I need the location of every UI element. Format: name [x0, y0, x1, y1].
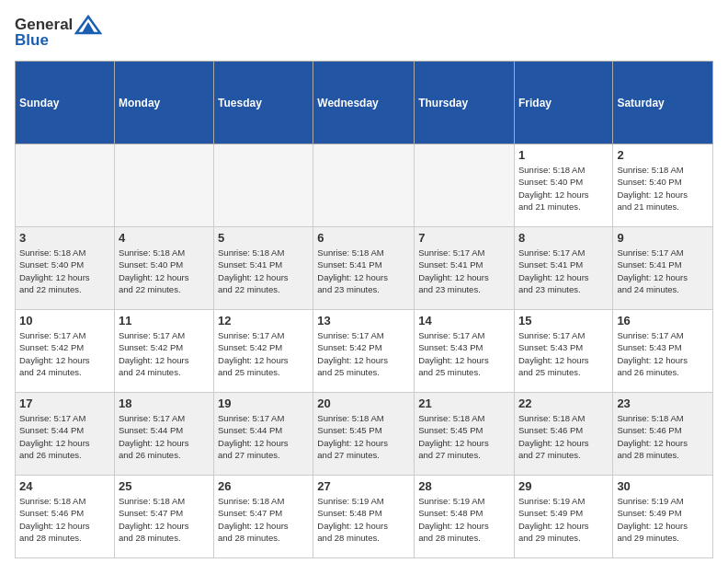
calendar-cell — [114, 144, 213, 227]
day-number: 2 — [617, 148, 709, 162]
day-info: Sunrise: 5:19 AM Sunset: 5:49 PM Dayligh… — [518, 495, 609, 544]
calendar-cell: 4Sunrise: 5:18 AM Sunset: 5:40 PM Daylig… — [114, 227, 213, 310]
calendar-week-4: 17Sunrise: 5:17 AM Sunset: 5:44 PM Dayli… — [16, 393, 713, 476]
day-info: Sunrise: 5:18 AM Sunset: 5:40 PM Dayligh… — [19, 247, 110, 295]
calendar-cell: 18Sunrise: 5:17 AM Sunset: 5:44 PM Dayli… — [114, 393, 213, 476]
logo-blue: Blue — [15, 31, 49, 50]
calendar-cell — [313, 144, 415, 227]
calendar-cell: 27Sunrise: 5:19 AM Sunset: 5:48 PM Dayli… — [313, 476, 415, 558]
calendar-cell: 16Sunrise: 5:17 AM Sunset: 5:43 PM Dayli… — [613, 310, 713, 393]
calendar-header-tuesday: Tuesday — [214, 62, 313, 144]
calendar-cell: 30Sunrise: 5:19 AM Sunset: 5:49 PM Dayli… — [613, 476, 713, 558]
day-info: Sunrise: 5:17 AM Sunset: 5:43 PM Dayligh… — [617, 329, 709, 378]
day-info: Sunrise: 5:17 AM Sunset: 5:41 PM Dayligh… — [418, 247, 510, 295]
day-number: 10 — [19, 314, 110, 327]
day-number: 13 — [317, 314, 410, 327]
calendar-table: SundayMondayTuesdayWednesdayThursdayFrid… — [15, 61, 713, 558]
calendar-cell: 15Sunrise: 5:17 AM Sunset: 5:43 PM Dayli… — [514, 310, 612, 393]
day-number: 5 — [218, 231, 309, 245]
calendar-cell: 21Sunrise: 5:18 AM Sunset: 5:45 PM Dayli… — [415, 393, 515, 476]
calendar-cell — [16, 144, 115, 227]
calendar-week-1: 1Sunrise: 5:18 AM Sunset: 5:40 PM Daylig… — [16, 144, 713, 227]
day-info: Sunrise: 5:19 AM Sunset: 5:48 PM Dayligh… — [418, 495, 510, 544]
day-number: 18 — [119, 396, 210, 410]
day-info: Sunrise: 5:18 AM Sunset: 5:40 PM Dayligh… — [518, 164, 609, 213]
calendar-cell: 19Sunrise: 5:17 AM Sunset: 5:44 PM Dayli… — [214, 393, 313, 476]
calendar-cell: 6Sunrise: 5:18 AM Sunset: 5:41 PM Daylig… — [313, 227, 415, 310]
day-info: Sunrise: 5:18 AM Sunset: 5:46 PM Dayligh… — [19, 495, 110, 544]
calendar-cell: 23Sunrise: 5:18 AM Sunset: 5:46 PM Dayli… — [613, 393, 713, 476]
day-info: Sunrise: 5:17 AM Sunset: 5:42 PM Dayligh… — [317, 329, 410, 378]
calendar-cell — [214, 144, 313, 227]
calendar-cell: 25Sunrise: 5:18 AM Sunset: 5:47 PM Dayli… — [114, 476, 213, 558]
calendar-header-wednesday: Wednesday — [313, 62, 415, 144]
day-number: 21 — [418, 396, 510, 410]
calendar-cell: 12Sunrise: 5:17 AM Sunset: 5:42 PM Dayli… — [214, 310, 313, 393]
day-info: Sunrise: 5:17 AM Sunset: 5:41 PM Dayligh… — [518, 247, 609, 295]
day-info: Sunrise: 5:18 AM Sunset: 5:45 PM Dayligh… — [317, 412, 410, 461]
calendar-header-thursday: Thursday — [415, 62, 515, 144]
day-number: 9 — [617, 231, 709, 245]
day-number: 19 — [218, 396, 309, 410]
calendar-cell: 10Sunrise: 5:17 AM Sunset: 5:42 PM Dayli… — [16, 310, 115, 393]
calendar-week-2: 3Sunrise: 5:18 AM Sunset: 5:40 PM Daylig… — [16, 227, 713, 310]
day-info: Sunrise: 5:17 AM Sunset: 5:44 PM Dayligh… — [19, 412, 110, 461]
calendar-cell: 20Sunrise: 5:18 AM Sunset: 5:45 PM Dayli… — [313, 393, 415, 476]
calendar-cell: 24Sunrise: 5:18 AM Sunset: 5:46 PM Dayli… — [16, 476, 115, 558]
day-info: Sunrise: 5:17 AM Sunset: 5:43 PM Dayligh… — [518, 329, 609, 378]
day-number: 25 — [119, 479, 210, 493]
calendar-cell: 14Sunrise: 5:17 AM Sunset: 5:43 PM Dayli… — [415, 310, 515, 393]
calendar-header-monday: Monday — [114, 62, 213, 144]
day-info: Sunrise: 5:17 AM Sunset: 5:41 PM Dayligh… — [617, 247, 709, 295]
day-number: 7 — [418, 231, 510, 245]
calendar-header-sunday: Sunday — [16, 62, 115, 144]
day-number: 16 — [617, 314, 709, 327]
calendar-header-friday: Friday — [514, 62, 612, 144]
calendar-cell: 29Sunrise: 5:19 AM Sunset: 5:49 PM Dayli… — [514, 476, 612, 558]
day-number: 11 — [119, 314, 210, 327]
calendar-week-3: 10Sunrise: 5:17 AM Sunset: 5:42 PM Dayli… — [16, 310, 713, 393]
calendar-week-5: 24Sunrise: 5:18 AM Sunset: 5:46 PM Dayli… — [16, 476, 713, 558]
day-info: Sunrise: 5:17 AM Sunset: 5:44 PM Dayligh… — [119, 412, 210, 461]
day-info: Sunrise: 5:18 AM Sunset: 5:46 PM Dayligh… — [617, 412, 709, 461]
calendar-cell: 28Sunrise: 5:19 AM Sunset: 5:48 PM Dayli… — [415, 476, 515, 558]
day-info: Sunrise: 5:18 AM Sunset: 5:40 PM Dayligh… — [119, 247, 210, 295]
day-number: 27 — [317, 479, 410, 493]
day-number: 14 — [418, 314, 510, 327]
calendar-cell: 8Sunrise: 5:17 AM Sunset: 5:41 PM Daylig… — [514, 227, 612, 310]
day-number: 3 — [19, 231, 110, 245]
calendar-cell: 26Sunrise: 5:18 AM Sunset: 5:47 PM Dayli… — [214, 476, 313, 558]
day-info: Sunrise: 5:18 AM Sunset: 5:41 PM Dayligh… — [218, 247, 309, 295]
day-number: 29 — [518, 479, 609, 493]
day-number: 1 — [518, 148, 609, 162]
day-number: 6 — [317, 231, 410, 245]
day-number: 22 — [518, 396, 609, 410]
day-number: 24 — [19, 479, 110, 493]
logo: General Blue — [15, 15, 102, 50]
day-info: Sunrise: 5:17 AM Sunset: 5:43 PM Dayligh… — [418, 329, 510, 378]
page: General Blue SundayMondayTuesdayWednesda… — [0, 0, 728, 563]
calendar-cell: 5Sunrise: 5:18 AM Sunset: 5:41 PM Daylig… — [214, 227, 313, 310]
day-info: Sunrise: 5:18 AM Sunset: 5:41 PM Dayligh… — [317, 247, 410, 295]
day-info: Sunrise: 5:18 AM Sunset: 5:47 PM Dayligh… — [119, 495, 210, 544]
day-info: Sunrise: 5:17 AM Sunset: 5:42 PM Dayligh… — [19, 329, 110, 378]
day-number: 26 — [218, 479, 309, 493]
calendar-cell: 7Sunrise: 5:17 AM Sunset: 5:41 PM Daylig… — [415, 227, 515, 310]
day-info: Sunrise: 5:18 AM Sunset: 5:40 PM Dayligh… — [617, 164, 709, 213]
day-number: 8 — [518, 231, 609, 245]
day-number: 28 — [418, 479, 510, 493]
day-info: Sunrise: 5:17 AM Sunset: 5:42 PM Dayligh… — [218, 329, 309, 378]
day-number: 23 — [617, 396, 709, 410]
day-info: Sunrise: 5:18 AM Sunset: 5:46 PM Dayligh… — [518, 412, 609, 461]
calendar-cell: 13Sunrise: 5:17 AM Sunset: 5:42 PM Dayli… — [313, 310, 415, 393]
day-info: Sunrise: 5:18 AM Sunset: 5:45 PM Dayligh… — [418, 412, 510, 461]
calendar-cell: 3Sunrise: 5:18 AM Sunset: 5:40 PM Daylig… — [16, 227, 115, 310]
calendar-cell — [415, 144, 515, 227]
calendar-cell: 17Sunrise: 5:17 AM Sunset: 5:44 PM Dayli… — [16, 393, 115, 476]
calendar-cell: 1Sunrise: 5:18 AM Sunset: 5:40 PM Daylig… — [514, 144, 612, 227]
day-info: Sunrise: 5:19 AM Sunset: 5:48 PM Dayligh… — [317, 495, 410, 544]
day-info: Sunrise: 5:17 AM Sunset: 5:44 PM Dayligh… — [218, 412, 309, 461]
day-number: 12 — [218, 314, 309, 327]
day-info: Sunrise: 5:17 AM Sunset: 5:42 PM Dayligh… — [119, 329, 210, 378]
logo-icon — [74, 15, 102, 35]
